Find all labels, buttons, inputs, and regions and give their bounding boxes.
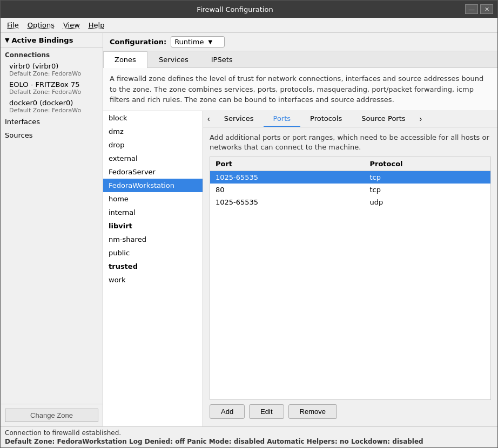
ports-table-container: Port Protocol 1025-65535tcp80tcp1025-655… xyxy=(210,157,491,400)
zone-item-work[interactable]: work xyxy=(103,273,203,287)
sidebar-item-virbr0-sub: Default Zone: FedoraWo xyxy=(9,70,98,77)
menu-view[interactable]: View xyxy=(59,19,84,31)
col-port: Port xyxy=(210,157,364,171)
sidebar-interfaces[interactable]: Interfaces xyxy=(1,115,103,128)
zone-tab-protocols[interactable]: Protocols xyxy=(300,111,352,127)
ports-row[interactable]: 80tcp xyxy=(210,184,490,196)
zone-item-block[interactable]: block xyxy=(103,111,203,125)
sidebar-bottom: Change Zone xyxy=(1,404,103,426)
zone-item-libvirt[interactable]: libvirt xyxy=(103,219,203,233)
zone-item-fedoraserver[interactable]: FedoraServer xyxy=(103,165,203,179)
status-part: Log Denied: xyxy=(129,438,173,445)
active-bindings-arrow: ▼ xyxy=(5,37,9,44)
title-bar: Firewall Configuration — ✕ xyxy=(1,1,497,18)
status-part: disabled xyxy=(390,438,423,445)
config-dropdown[interactable]: Runtime ▼ xyxy=(171,36,225,47)
sidebar-sources[interactable]: Sources xyxy=(1,128,103,142)
sidebar-item-eolo[interactable]: EOLO - FRITZBox 75 Default Zone: FedoraW… xyxy=(1,78,103,97)
tab-ipsets[interactable]: IPSets xyxy=(200,51,244,67)
status-part: FedoraWorkstation xyxy=(55,438,129,445)
ports-row[interactable]: 1025-65535udp xyxy=(210,196,490,208)
protocol-cell: tcp xyxy=(364,171,490,184)
zone-item-internal[interactable]: internal xyxy=(103,206,203,219)
zone-item-trusted[interactable]: trusted xyxy=(103,260,203,273)
config-bar: Configuration: Runtime ▼ xyxy=(103,33,497,51)
status-part: Lockdown: xyxy=(351,438,390,445)
zone-item-home[interactable]: home xyxy=(103,192,203,206)
sidebar-item-virbr0-name: virbr0 (virbr0) xyxy=(9,62,98,70)
zone-tab-services[interactable]: Services xyxy=(214,111,264,127)
port-cell: 1025-65535 xyxy=(210,196,364,208)
zone-panel: block dmz drop external FedoraServer Fed… xyxy=(103,111,497,427)
zone-item-dmz[interactable]: dmz xyxy=(103,125,203,138)
status-line1: Connection to firewalld established. xyxy=(5,429,493,437)
status-part: off xyxy=(173,438,187,445)
ports-table: Port Protocol 1025-65535tcp80tcp1025-655… xyxy=(210,157,490,208)
zone-tabs-bar: ‹ Services Ports Protocols Source Ports … xyxy=(203,111,497,127)
status-part: Default Zone: xyxy=(5,438,55,445)
port-cell: 1025-65535 xyxy=(210,171,364,184)
zone-tab-prev-arrow[interactable]: ‹ xyxy=(203,112,214,125)
protocol-cell: udp xyxy=(364,196,490,208)
ports-row[interactable]: 1025-65535tcp xyxy=(210,171,490,184)
sidebar-item-docker0-name: docker0 (docker0) xyxy=(9,99,98,107)
protocol-cell: tcp xyxy=(364,184,490,196)
sidebar: ▼ Active Bindings Connections virbr0 (vi… xyxy=(1,33,103,426)
tab-services[interactable]: Services xyxy=(147,51,200,67)
zone-item-drop[interactable]: drop xyxy=(103,138,203,152)
zones-description: A firewalld zone defines the level of tr… xyxy=(103,68,497,111)
status-part: no xyxy=(338,438,351,445)
change-zone-button[interactable]: Change Zone xyxy=(5,409,98,422)
zone-detail: ‹ Services Ports Protocols Source Ports … xyxy=(203,111,497,427)
config-label: Configuration: xyxy=(110,38,166,46)
zone-item-fedoraworkstation[interactable]: FedoraWorkstation xyxy=(103,179,203,192)
col-protocol: Protocol xyxy=(364,157,490,171)
sidebar-item-eolo-sub: Default Zone: FedoraWo xyxy=(9,89,98,96)
edit-button[interactable]: Edit xyxy=(249,404,284,419)
remove-button[interactable]: Remove xyxy=(288,404,337,419)
zone-buttons: Add Edit Remove xyxy=(210,400,491,421)
active-bindings-header[interactable]: ▼ Active Bindings xyxy=(1,33,103,48)
zones-list: block dmz drop external FedoraServer Fed… xyxy=(103,111,203,427)
sidebar-item-virbr0[interactable]: virbr0 (virbr0) Default Zone: FedoraWo xyxy=(1,60,103,78)
status-part: disabled xyxy=(232,438,267,445)
status-line2: Default Zone: FedoraWorkstation Log Deni… xyxy=(5,438,493,445)
ports-table-header-row: Port Protocol xyxy=(210,157,490,171)
sidebar-item-docker0-sub: Default Zone: FedoraWo xyxy=(9,107,98,114)
add-button[interactable]: Add xyxy=(210,404,245,419)
menubar: File Options View Help xyxy=(1,18,497,33)
status-bar: Connection to firewalld established. Def… xyxy=(1,426,497,447)
sidebar-item-docker0[interactable]: docker0 (docker0) Default Zone: FedoraWo xyxy=(1,97,103,115)
tab-zones[interactable]: Zones xyxy=(103,51,147,68)
chevron-down-icon: ▼ xyxy=(208,39,212,45)
ports-description: Add additional ports or port ranges, whi… xyxy=(210,133,491,152)
menu-help[interactable]: Help xyxy=(84,19,109,31)
connections-label: Connections xyxy=(1,48,103,60)
config-value: Runtime xyxy=(174,38,204,46)
zone-item-external[interactable]: external xyxy=(103,152,203,165)
status-part: Panic Mode: xyxy=(187,438,231,445)
zone-tab-next-arrow[interactable]: › xyxy=(415,112,427,125)
zone-tab-source-ports[interactable]: Source Ports xyxy=(352,111,415,127)
zone-item-public[interactable]: public xyxy=(103,246,203,260)
active-bindings-label: Active Bindings xyxy=(11,36,73,44)
menu-options[interactable]: Options xyxy=(23,19,59,31)
minimize-button[interactable]: — xyxy=(465,4,478,14)
sidebar-item-eolo-name: EOLO - FRITZBox 75 xyxy=(9,80,98,89)
close-button[interactable]: ✕ xyxy=(480,4,493,14)
zone-content: Add additional ports or port ranges, whi… xyxy=(203,127,497,427)
zone-tab-ports[interactable]: Ports xyxy=(264,111,301,127)
right-panel: Configuration: Runtime ▼ Zones Services … xyxy=(103,33,497,426)
title-bar-controls: — ✕ xyxy=(465,4,493,14)
main-tabs-bar: Zones Services IPSets xyxy=(103,51,497,68)
zone-item-nm-shared[interactable]: nm-shared xyxy=(103,233,203,246)
window-title: Firewall Configuration xyxy=(5,5,465,13)
main-window: Firewall Configuration — ✕ File Options … xyxy=(0,0,498,448)
port-cell: 80 xyxy=(210,184,364,196)
main-content: ▼ Active Bindings Connections virbr0 (vi… xyxy=(1,33,497,426)
menu-file[interactable]: File xyxy=(3,19,23,31)
status-part: Automatic Helpers: xyxy=(267,438,337,445)
